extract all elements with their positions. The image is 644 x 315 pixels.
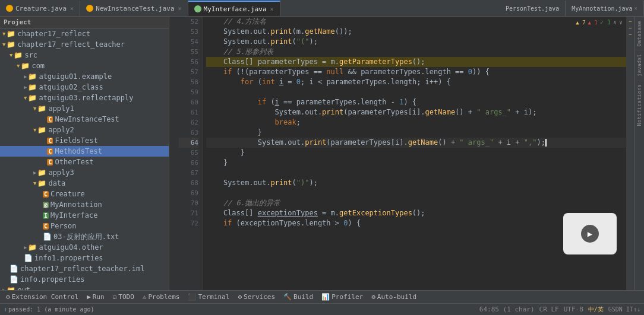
tree-item-txt[interactable]: 📄 03-反射的应用.txt <box>0 231 169 242</box>
profiler-icon: 📊 <box>321 293 330 301</box>
tree-item-out[interactable]: ▶ 📁 out <box>0 285 169 290</box>
tree-label-com: com <box>31 62 45 70</box>
todo-btn[interactable]: ☑ TODO <box>109 292 138 302</box>
tab-creature[interactable]: Creature.java × <box>0 1 80 16</box>
tree-item-fieldstest[interactable]: · C FieldsTest <box>0 135 169 146</box>
close-icon[interactable]: × <box>70 5 74 12</box>
tree-item-newinstancetest[interactable]: · C NewInstanceTest <box>0 114 169 125</box>
tree-label-iml: chapter17_reflect_teacher.iml <box>20 265 145 273</box>
autobuild-btn[interactable]: ⚙ Auto-build <box>368 292 420 302</box>
play-button[interactable]: ▶ <box>581 225 599 243</box>
tree-label-2: chapter17_reflect_teacher <box>17 40 125 49</box>
editor-indicators: ▲ 7 ▲ 1 ✓ 1 ∧ ∨ <box>573 17 625 28</box>
build-btn[interactable]: 🔨 Build <box>280 292 317 302</box>
tab-more-1[interactable]: PersonTest.java <box>500 1 566 16</box>
javadsl-tab[interactable]: javadsl <box>635 50 644 80</box>
code-line-59 <box>206 87 634 97</box>
tree-label-infoprops: info.properties <box>20 275 84 284</box>
tab-newinstancetest[interactable]: NewInstanceTest.java × <box>80 1 188 16</box>
database-tab[interactable]: Database <box>635 17 644 50</box>
run-icon: ▶ <box>87 293 91 301</box>
code-line-58: for (int i = 0; i < parameterTypes.lengt… <box>206 77 634 87</box>
todo-label: TODO <box>118 293 134 301</box>
editor-gutter <box>169 17 179 290</box>
services-btn[interactable]: ⚙ Services <box>234 292 279 302</box>
terminal-btn[interactable]: ⬛ Terminal <box>184 292 233 302</box>
tree-item-chapter17-teacher[interactable]: ▼ 📁 chapter17_reflect_teacher <box>0 39 169 50</box>
profiler-label: Profiler <box>332 293 363 301</box>
tree-label-data: data <box>48 179 65 187</box>
tree-item-creature[interactable]: C Creature <box>0 189 169 199</box>
notifications-tab[interactable]: Notifications <box>635 80 644 129</box>
code-line-63: } <box>206 128 634 138</box>
extension-label: Extension Control <box>12 293 79 301</box>
run-btn[interactable]: ▶ Run <box>83 292 108 302</box>
warning-indicator: ▲ 7 <box>576 20 585 26</box>
tree-label-newinstance: NewInstanceTest <box>55 115 119 123</box>
ln-60: 60 <box>179 97 198 107</box>
tree-item-apply3[interactable]: ▶ 📁 apply3 <box>0 167 169 178</box>
tree-item-apply1[interactable]: ▼ 📁 apply1 <box>0 103 169 114</box>
close-icon-2[interactable]: × <box>178 5 182 12</box>
tree-item-data[interactable]: ▼ 📁 data <box>0 178 169 189</box>
tree-label-out: out <box>17 286 30 290</box>
cursor-position: 64:85 (1 char) <box>479 306 535 313</box>
tree-item-apply2[interactable]: ▼ 📁 apply2 <box>0 125 169 135</box>
run-label: Run <box>93 293 105 301</box>
ln-67: 67 <box>179 168 198 178</box>
scroll-up[interactable]: ∧ <box>613 19 617 26</box>
video-overlay[interactable]: ▶ <box>563 213 617 254</box>
tab-myinterface[interactable]: MyInterface.java × <box>188 1 280 16</box>
code-editor[interactable]: ▲ 7 ▲ 1 ✓ 1 ∧ ∨ 52 53 54 55 56 57 58 <box>169 17 634 290</box>
tree-item-iml[interactable]: 📄 chapter17_reflect_teacher.iml <box>0 263 169 274</box>
ime-indicator[interactable]: 中/英 <box>588 306 604 314</box>
tree-item-atguigu02[interactable]: ▶ 📁 atguigu02_class <box>0 82 169 93</box>
tree-item-person[interactable]: C Person <box>0 221 169 231</box>
encoding: CR LF <box>539 306 559 313</box>
tree-label-atguigu01: atguigu01.example <box>39 72 112 81</box>
tab-more-2[interactable]: MyAnnotation.java× <box>566 1 644 16</box>
tree-item-myinterface[interactable]: I MyInterface <box>0 210 169 221</box>
tree-label-annotation: MyAnnotation <box>50 201 102 209</box>
tree-item-infoproperties[interactable]: 📄 info.properties <box>0 274 169 285</box>
tree-item-src[interactable]: ▼ 📁 src <box>0 50 169 61</box>
ln-69: 69 <box>179 188 198 198</box>
status-left: ↑ passed: 1 (a minute ago) <box>4 306 475 313</box>
extension-control-btn[interactable]: ⚙ Extension Control <box>2 292 82 302</box>
code-line-70: // 6.抛出的异常 <box>206 198 634 208</box>
scroll-warning-3: — <box>629 32 632 37</box>
tree-label-apply2: apply2 <box>48 126 74 134</box>
profiler-btn[interactable]: 📊 Profiler <box>318 292 367 302</box>
build-label: Build <box>293 293 313 301</box>
autobuild-label: Auto-build <box>377 293 416 301</box>
ln-63: 63 <box>179 128 198 138</box>
code-line-69 <box>206 188 634 198</box>
ln-58: 58 <box>179 77 198 87</box>
ln-68: 68 <box>179 178 198 188</box>
close-icon-active[interactable]: × <box>270 6 274 12</box>
tree-item-atguigu04[interactable]: ▶ 📁 atguigu04.other <box>0 242 169 253</box>
ln-57: 57 <box>179 67 198 77</box>
tree-item-othertest[interactable]: · C OtherTest <box>0 157 169 167</box>
tree-item-atguigu03[interactable]: ▼ 📁 atguigu03.reflectapply <box>0 93 169 103</box>
java-icon <box>6 5 13 12</box>
terminal-label: Terminal <box>198 293 229 301</box>
tree-item-info1[interactable]: 📄 info1.properties <box>0 253 169 263</box>
problems-icon: ⚠ <box>143 293 147 301</box>
tree-label-methodstest: MethodsTest <box>55 147 102 155</box>
tree-item-atguigu01[interactable]: ▶ 📁 atguigu01.example <box>0 71 169 82</box>
tree-item-com[interactable]: ▼ 📁 com <box>0 61 169 71</box>
tree-label-atguigu03: atguigu03.reflectapply <box>39 94 133 102</box>
problems-btn[interactable]: ⚠ Problems <box>139 292 184 302</box>
tree-item-chapter17[interactable]: ▼ 📁 chapter17_reflect <box>0 28 169 39</box>
tab-label-active: MyInterface.java <box>204 5 267 13</box>
ln-65: 65 <box>179 148 198 158</box>
ln-61: 61 <box>179 107 198 117</box>
tree-item-myannotation[interactable]: @ MyAnnotation <box>0 199 169 210</box>
code-line-52: // 4.方法名 <box>206 17 634 27</box>
editor-scrollbar[interactable]: — — — <box>626 17 634 290</box>
tree-item-methodstest[interactable]: · C MethodsTest <box>0 146 169 157</box>
tree-label-person: Person <box>50 222 76 230</box>
tree-label-txt: 03-反射的应用.txt <box>53 232 119 242</box>
scroll-down[interactable]: ∨ <box>619 19 623 26</box>
